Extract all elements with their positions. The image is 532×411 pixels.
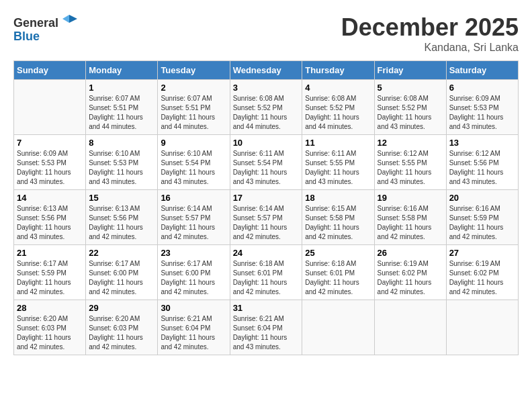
day-number: 22 — [89, 248, 154, 258]
calendar-cell: 11 Sunrise: 6:11 AMSunset: 5:55 PMDaylig… — [302, 135, 374, 190]
col-header-monday: Monday — [86, 61, 158, 80]
col-header-wednesday: Wednesday — [230, 61, 302, 80]
col-header-friday: Friday — [374, 61, 446, 80]
svg-marker-0 — [69, 15, 77, 23]
logo-flag-icon — [60, 13, 79, 32]
day-info: Sunrise: 6:20 AMSunset: 6:03 PMDaylight:… — [17, 314, 83, 352]
day-number: 18 — [305, 193, 371, 203]
calendar-cell: 4 Sunrise: 6:08 AMSunset: 5:52 PMDayligh… — [302, 80, 374, 135]
day-number: 28 — [17, 303, 83, 313]
day-info: Sunrise: 6:09 AMSunset: 5:53 PMDaylight:… — [449, 94, 515, 132]
day-info: Sunrise: 6:17 AMSunset: 5:59 PMDaylight:… — [17, 259, 83, 297]
day-info: Sunrise: 6:16 AMSunset: 5:59 PMDaylight:… — [449, 204, 515, 242]
calendar-header-row: SundayMondayTuesdayWednesdayThursdayFrid… — [14, 61, 519, 80]
logo: General Blue — [13, 13, 79, 44]
day-info: Sunrise: 6:21 AMSunset: 6:04 PMDaylight:… — [161, 314, 226, 352]
day-number: 26 — [378, 248, 443, 258]
calendar-cell: 9 Sunrise: 6:10 AMSunset: 5:54 PMDayligh… — [158, 135, 230, 190]
calendar-cell: 14 Sunrise: 6:13 AMSunset: 5:56 PMDaylig… — [14, 190, 86, 245]
svg-marker-1 — [62, 15, 69, 23]
calendar-cell: 16 Sunrise: 6:14 AMSunset: 5:57 PMDaylig… — [158, 190, 230, 245]
day-info: Sunrise: 6:13 AMSunset: 5:56 PMDaylight:… — [17, 204, 83, 242]
day-number: 5 — [378, 83, 443, 93]
day-info: Sunrise: 6:12 AMSunset: 5:55 PMDaylight:… — [378, 149, 443, 187]
day-number: 17 — [233, 193, 300, 203]
calendar-cell: 5 Sunrise: 6:08 AMSunset: 5:52 PMDayligh… — [374, 80, 446, 135]
calendar-cell: 1 Sunrise: 6:07 AMSunset: 5:51 PMDayligh… — [86, 80, 158, 135]
col-header-tuesday: Tuesday — [158, 61, 230, 80]
calendar-cell: 10 Sunrise: 6:11 AMSunset: 5:54 PMDaylig… — [230, 135, 302, 190]
calendar-cell: 17 Sunrise: 6:14 AMSunset: 5:57 PMDaylig… — [230, 190, 302, 245]
calendar-cell: 26 Sunrise: 6:19 AMSunset: 6:02 PMDaylig… — [374, 245, 446, 300]
col-header-sunday: Sunday — [14, 61, 86, 80]
day-info: Sunrise: 6:20 AMSunset: 6:03 PMDaylight:… — [89, 314, 154, 352]
day-info: Sunrise: 6:07 AMSunset: 5:51 PMDaylight:… — [161, 94, 226, 132]
calendar-week-row: 28 Sunrise: 6:20 AMSunset: 6:03 PMDaylig… — [14, 300, 519, 355]
calendar-cell: 21 Sunrise: 6:17 AMSunset: 5:59 PMDaylig… — [14, 245, 86, 300]
day-info: Sunrise: 6:08 AMSunset: 5:52 PMDaylight:… — [305, 94, 371, 132]
day-number: 25 — [305, 248, 371, 258]
day-info: Sunrise: 6:17 AMSunset: 6:00 PMDaylight:… — [89, 259, 154, 297]
calendar-cell: 29 Sunrise: 6:20 AMSunset: 6:03 PMDaylig… — [86, 300, 158, 355]
calendar-cell: 28 Sunrise: 6:20 AMSunset: 6:03 PMDaylig… — [14, 300, 86, 355]
calendar-cell — [14, 80, 86, 135]
day-number: 12 — [378, 138, 443, 148]
page-header: General Blue December 2025 Kandana, Sri … — [13, 13, 519, 54]
day-info: Sunrise: 6:14 AMSunset: 5:57 PMDaylight:… — [233, 204, 300, 242]
calendar-week-row: 1 Sunrise: 6:07 AMSunset: 5:51 PMDayligh… — [14, 80, 519, 135]
day-info: Sunrise: 6:15 AMSunset: 5:58 PMDaylight:… — [305, 204, 371, 242]
calendar-table: SundayMondayTuesdayWednesdayThursdayFrid… — [13, 60, 519, 355]
day-info: Sunrise: 6:19 AMSunset: 6:02 PMDaylight:… — [449, 259, 515, 297]
calendar-cell: 19 Sunrise: 6:16 AMSunset: 5:58 PMDaylig… — [374, 190, 446, 245]
day-number: 6 — [449, 83, 515, 93]
calendar-cell — [302, 300, 374, 355]
calendar-cell — [446, 300, 518, 355]
day-info: Sunrise: 6:07 AMSunset: 5:51 PMDaylight:… — [89, 94, 154, 132]
day-number: 14 — [17, 193, 83, 203]
calendar-cell: 6 Sunrise: 6:09 AMSunset: 5:53 PMDayligh… — [446, 80, 518, 135]
day-number: 9 — [161, 138, 226, 148]
day-info: Sunrise: 6:14 AMSunset: 5:57 PMDaylight:… — [161, 204, 226, 242]
day-info: Sunrise: 6:21 AMSunset: 6:04 PMDaylight:… — [233, 314, 300, 352]
day-number: 1 — [89, 83, 154, 93]
title-block: December 2025 Kandana, Sri Lanka — [341, 13, 519, 54]
location-subtitle: Kandana, Sri Lanka — [341, 42, 519, 54]
calendar-cell: 2 Sunrise: 6:07 AMSunset: 5:51 PMDayligh… — [158, 80, 230, 135]
day-info: Sunrise: 6:17 AMSunset: 6:00 PMDaylight:… — [161, 259, 226, 297]
calendar-cell: 30 Sunrise: 6:21 AMSunset: 6:04 PMDaylig… — [158, 300, 230, 355]
day-number: 19 — [378, 193, 443, 203]
calendar-cell: 12 Sunrise: 6:12 AMSunset: 5:55 PMDaylig… — [374, 135, 446, 190]
calendar-cell: 3 Sunrise: 6:08 AMSunset: 5:52 PMDayligh… — [230, 80, 302, 135]
calendar-cell: 18 Sunrise: 6:15 AMSunset: 5:58 PMDaylig… — [302, 190, 374, 245]
calendar-cell — [374, 300, 446, 355]
day-number: 3 — [233, 83, 300, 93]
day-info: Sunrise: 6:09 AMSunset: 5:53 PMDaylight:… — [17, 149, 83, 187]
day-info: Sunrise: 6:11 AMSunset: 5:55 PMDaylight:… — [305, 149, 371, 187]
day-number: 11 — [305, 138, 371, 148]
col-header-saturday: Saturday — [446, 61, 518, 80]
day-number: 13 — [449, 138, 515, 148]
calendar-cell: 27 Sunrise: 6:19 AMSunset: 6:02 PMDaylig… — [446, 245, 518, 300]
calendar-cell: 13 Sunrise: 6:12 AMSunset: 5:56 PMDaylig… — [446, 135, 518, 190]
day-number: 23 — [161, 248, 226, 258]
day-info: Sunrise: 6:08 AMSunset: 5:52 PMDaylight:… — [378, 94, 443, 132]
day-number: 10 — [233, 138, 300, 148]
day-number: 20 — [449, 193, 515, 203]
calendar-cell: 23 Sunrise: 6:17 AMSunset: 6:00 PMDaylig… — [158, 245, 230, 300]
col-header-thursday: Thursday — [302, 61, 374, 80]
day-number: 4 — [305, 83, 371, 93]
day-number: 27 — [449, 248, 515, 258]
day-info: Sunrise: 6:16 AMSunset: 5:58 PMDaylight:… — [378, 204, 443, 242]
calendar-cell: 24 Sunrise: 6:18 AMSunset: 6:01 PMDaylig… — [230, 245, 302, 300]
day-info: Sunrise: 6:11 AMSunset: 5:54 PMDaylight:… — [233, 149, 300, 187]
month-title: December 2025 — [341, 13, 519, 42]
day-number: 15 — [89, 193, 154, 203]
day-number: 8 — [89, 138, 154, 148]
day-info: Sunrise: 6:19 AMSunset: 6:02 PMDaylight:… — [378, 259, 443, 297]
day-number: 30 — [161, 303, 226, 313]
day-info: Sunrise: 6:10 AMSunset: 5:53 PMDaylight:… — [89, 149, 154, 187]
day-info: Sunrise: 6:18 AMSunset: 6:01 PMDaylight:… — [305, 259, 371, 297]
day-info: Sunrise: 6:12 AMSunset: 5:56 PMDaylight:… — [449, 149, 515, 187]
calendar-week-row: 21 Sunrise: 6:17 AMSunset: 5:59 PMDaylig… — [14, 245, 519, 300]
day-number: 29 — [89, 303, 154, 313]
